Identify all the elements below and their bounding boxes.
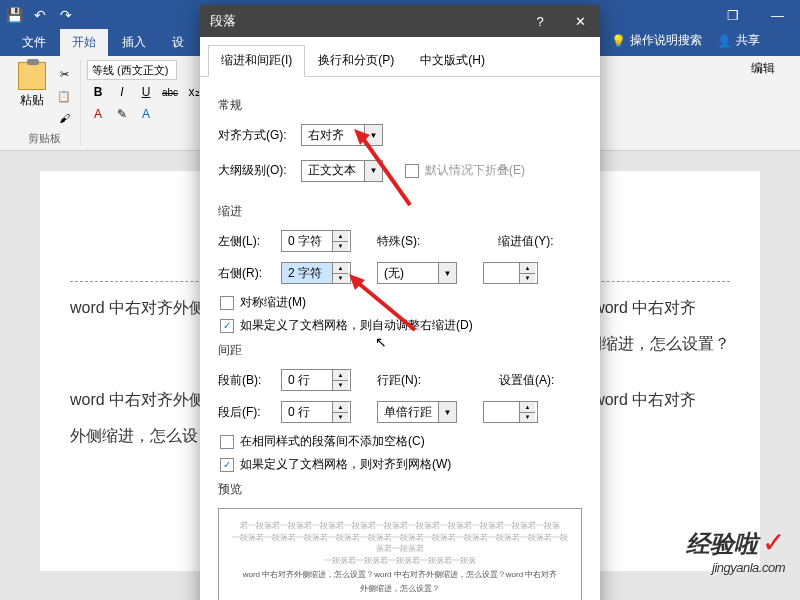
right-indent-label: 右侧(R):	[218, 265, 273, 282]
tab-home[interactable]: 开始	[60, 29, 108, 56]
highlight-button[interactable]: ✎	[111, 104, 133, 124]
line-combo[interactable]: ▼	[377, 401, 457, 423]
up-arrow-icon[interactable]: ▲	[520, 402, 535, 413]
special-input[interactable]	[378, 263, 438, 283]
edit-group: 编辑	[745, 60, 792, 146]
line-label: 行距(N):	[377, 372, 421, 389]
line-input[interactable]	[378, 402, 438, 422]
outline-input[interactable]	[302, 161, 364, 181]
chevron-down-icon[interactable]: ▼	[364, 161, 382, 181]
tab-chinese[interactable]: 中文版式(H)	[407, 45, 498, 76]
after-spinner[interactable]: ▲▼	[281, 401, 351, 423]
dialog-title: 段落	[210, 12, 236, 30]
grid-indent-label: 如果定义了文档网格，则自动调整右缩进(D)	[240, 317, 473, 334]
indent-val-label: 缩进值(Y):	[498, 233, 553, 250]
left-indent-input[interactable]	[282, 231, 332, 251]
copy-icon[interactable]: 📋	[54, 86, 74, 106]
edit-button[interactable]: 编辑	[751, 60, 786, 77]
share-button[interactable]: 👤 共享	[717, 32, 760, 49]
indent-val-input[interactable]	[484, 263, 519, 283]
window-restore-icon[interactable]: ❐	[710, 0, 755, 30]
paste-button[interactable]: 粘贴	[14, 60, 50, 128]
redo-icon[interactable]: ↷	[57, 6, 75, 24]
underline-button[interactable]: U	[135, 82, 157, 102]
dialog-close-button[interactable]: ✕	[560, 5, 600, 37]
before-input[interactable]	[282, 370, 332, 390]
tab-file[interactable]: 文件	[10, 29, 58, 56]
section-spacing: 间距	[218, 342, 582, 359]
setat-label: 设置值(A):	[499, 372, 554, 389]
up-arrow-icon[interactable]: ▲	[333, 231, 348, 242]
chevron-down-icon[interactable]: ▼	[438, 263, 456, 283]
up-arrow-icon[interactable]: ▲	[333, 370, 348, 381]
mirror-label: 对称缩进(M)	[240, 294, 306, 311]
paragraph-dialog: 段落 ? ✕ 缩进和间距(I) 换行和分页(P) 中文版式(H) 常规 对齐方式…	[200, 5, 600, 600]
dialog-help-button[interactable]: ?	[520, 5, 560, 37]
up-arrow-icon[interactable]: ▲	[333, 402, 348, 413]
grid-align-checkbox[interactable]: ✓	[220, 458, 234, 472]
outline-combo[interactable]: ▼	[301, 160, 383, 182]
left-indent-label: 左侧(L):	[218, 233, 273, 250]
format-painter-icon[interactable]: 🖌	[54, 108, 74, 128]
dialog-tabs: 缩进和间距(I) 换行和分页(P) 中文版式(H)	[200, 37, 600, 77]
preview-box: 若一段落若一段落若一段落若一段落若一段落若一段落若一段落若一段落若一段落若一段落…	[218, 508, 582, 600]
align-combo[interactable]: ▼	[301, 124, 383, 146]
nospace-label: 在相同样式的段落间不添加空格(C)	[240, 433, 425, 450]
clipboard-group: 粘贴 ✂ 📋 🖌 剪贴板	[8, 60, 81, 146]
setat-input[interactable]	[484, 402, 519, 422]
special-label: 特殊(S):	[377, 233, 420, 250]
mirror-checkbox[interactable]	[220, 296, 234, 310]
after-input[interactable]	[282, 402, 332, 422]
tab-page-break[interactable]: 换行和分页(P)	[305, 45, 407, 76]
up-arrow-icon[interactable]: ▲	[520, 263, 535, 274]
after-label: 段后(F):	[218, 404, 273, 421]
window-min-icon[interactable]: —	[755, 0, 800, 30]
up-arrow-icon[interactable]: ▲	[333, 263, 348, 274]
chevron-down-icon[interactable]: ▼	[364, 125, 382, 145]
font-color-button[interactable]: A	[87, 104, 109, 124]
dialog-titlebar[interactable]: 段落 ? ✕	[200, 5, 600, 37]
before-label: 段前(B):	[218, 372, 273, 389]
tab-insert[interactable]: 插入	[110, 29, 158, 56]
down-arrow-icon[interactable]: ▼	[333, 274, 348, 284]
grid-align-label: 如果定义了文档网格，则对齐到网格(W)	[240, 456, 451, 473]
help-search[interactable]: 💡 操作说明搜索	[611, 32, 702, 49]
font-group: B I U abc x₂ A ✎ A	[81, 60, 212, 146]
section-preview: 预览	[218, 481, 582, 498]
strike-button[interactable]: abc	[159, 82, 181, 102]
down-arrow-icon[interactable]: ▼	[520, 413, 535, 423]
down-arrow-icon[interactable]: ▼	[520, 274, 535, 284]
grid-indent-checkbox[interactable]: ✓	[220, 319, 234, 333]
align-label: 对齐方式(G):	[218, 127, 293, 144]
down-arrow-icon[interactable]: ▼	[333, 242, 348, 252]
outline-label: 大纲级别(O):	[218, 162, 293, 179]
tab-indent-spacing[interactable]: 缩进和间距(I)	[208, 45, 305, 77]
down-arrow-icon[interactable]: ▼	[333, 413, 348, 423]
align-input[interactable]	[302, 125, 364, 145]
right-indent-spinner[interactable]: ▲▼	[281, 262, 351, 284]
font-color2-button[interactable]: A	[135, 104, 157, 124]
bold-button[interactable]: B	[87, 82, 109, 102]
watermark: 经验啦 ✓ jingyanla.com	[686, 526, 785, 575]
section-general: 常规	[218, 97, 582, 114]
indent-val-spinner[interactable]: ▲▼	[483, 262, 538, 284]
save-icon[interactable]: 💾	[5, 6, 23, 24]
font-select[interactable]	[87, 60, 177, 80]
cut-icon[interactable]: ✂	[54, 64, 74, 84]
setat-spinner[interactable]: ▲▼	[483, 401, 538, 423]
paste-icon	[18, 62, 46, 90]
before-spinner[interactable]: ▲▼	[281, 369, 351, 391]
dialog-body: 常规 对齐方式(G): ▼ 大纲级别(O): ▼ 默认情况下折叠(E) 缩进 左…	[200, 77, 600, 600]
special-combo[interactable]: ▼	[377, 262, 457, 284]
left-indent-spinner[interactable]: ▲▼	[281, 230, 351, 252]
italic-button[interactable]: I	[111, 82, 133, 102]
collapse-checkbox[interactable]	[405, 164, 419, 178]
tab-design[interactable]: 设	[160, 29, 196, 56]
right-indent-input[interactable]	[282, 263, 332, 283]
section-indent: 缩进	[218, 203, 582, 220]
undo-icon[interactable]: ↶	[31, 6, 49, 24]
chevron-down-icon[interactable]: ▼	[438, 402, 456, 422]
clipboard-label: 剪贴板	[28, 129, 61, 146]
nospace-checkbox[interactable]	[220, 435, 234, 449]
down-arrow-icon[interactable]: ▼	[333, 381, 348, 391]
